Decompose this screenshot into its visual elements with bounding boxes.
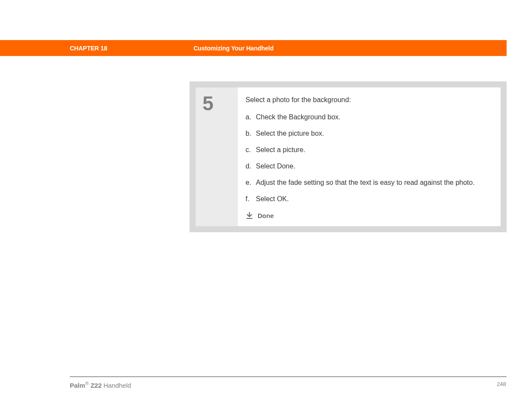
list-marker: b. (246, 130, 256, 137)
list-text: Select the picture box. (256, 130, 324, 137)
list-text: Adjust the fade setting so that the text… (256, 179, 475, 187)
footer-product: Handheld (102, 382, 131, 389)
footer-model: Z22 (89, 382, 102, 389)
done-row: Done (246, 212, 493, 219)
list-marker: d. (246, 162, 256, 170)
list-item: d. Select Done. (246, 162, 493, 170)
step-title: Select a photo for the background: (246, 96, 493, 104)
step-list: a. Check the Background box. b. Select t… (246, 113, 493, 203)
chapter-label: CHAPTER 18 (70, 45, 107, 52)
list-item: b. Select the picture box. (246, 130, 493, 137)
list-text: Select OK. (256, 195, 289, 203)
footer-brand: Palm (70, 382, 85, 389)
list-item: c. Select a picture. (246, 146, 493, 154)
section-title: Customizing Your Handheld (193, 45, 274, 52)
footer-registered-mark: ® (85, 381, 89, 386)
step-number: 5 (202, 92, 231, 115)
list-marker: f. (246, 195, 256, 203)
list-item: a. Check the Background box. (246, 113, 493, 121)
list-text: Check the Background box. (256, 113, 341, 121)
step-inner: 5 Select a photo for the background: a. … (196, 87, 501, 226)
list-item: e. Adjust the fade setting so that the t… (246, 179, 493, 187)
done-label: Done (258, 212, 274, 219)
step-box: 5 Select a photo for the background: a. … (190, 81, 507, 232)
list-marker: c. (246, 146, 256, 154)
chapter-header-bar: CHAPTER 18 Customizing Your Handheld (0, 40, 507, 56)
page-number: 248 (497, 381, 506, 387)
step-content-column: Select a photo for the background: a. Ch… (238, 87, 501, 226)
list-marker: e. (246, 179, 256, 187)
list-text: Select a picture. (256, 146, 305, 154)
download-done-icon (246, 212, 253, 219)
list-marker: a. (246, 113, 256, 121)
footer-divider (70, 377, 507, 377)
footer-product-label: Palm® Z22 Handheld (70, 381, 131, 389)
step-number-column: 5 (196, 87, 238, 226)
list-text: Select Done. (256, 162, 296, 170)
list-item: f. Select OK. (246, 195, 493, 203)
